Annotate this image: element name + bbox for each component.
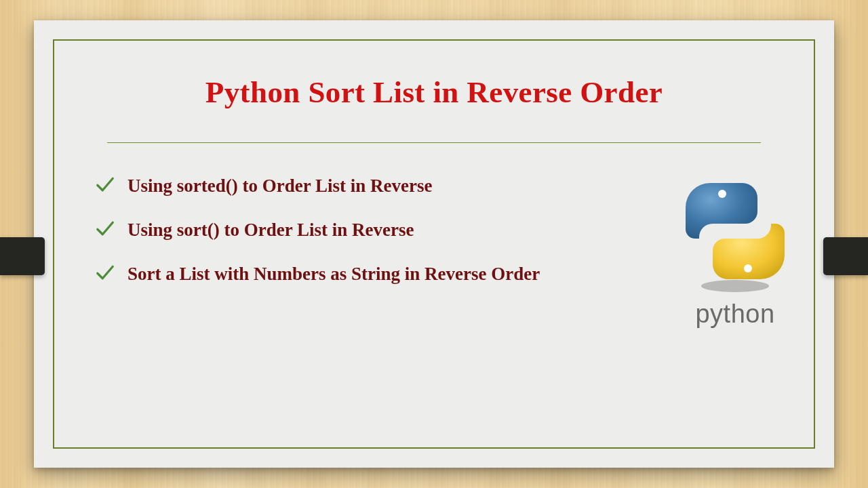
slide-title: Python Sort List in Reverse Order	[95, 75, 773, 110]
bullet-text: Using sort() to Order List in Reverse	[127, 218, 414, 242]
svg-point-1	[718, 190, 726, 198]
python-logo-caption: python	[681, 300, 789, 329]
binder-clip-right	[823, 237, 868, 275]
checkmark-icon	[95, 174, 115, 195]
list-item: Using sort() to Order List in Reverse	[95, 218, 773, 242]
list-item: Sort a List with Numbers as String in Re…	[95, 262, 773, 286]
slide-inner-border: Python Sort List in Reverse Order Using …	[53, 39, 815, 449]
list-item: Using sorted() to Order List in Reverse	[95, 174, 773, 198]
python-logo-block: python	[681, 179, 789, 329]
binder-clip-left	[0, 237, 45, 275]
bullet-text: Using sorted() to Order List in Reverse	[127, 174, 432, 198]
python-logo-icon	[684, 179, 786, 294]
svg-point-0	[701, 280, 769, 292]
bullet-list: Using sorted() to Order List in Reverse …	[95, 174, 773, 286]
slide-card: Python Sort List in Reverse Order Using …	[34, 20, 834, 468]
bullet-text: Sort a List with Numbers as String in Re…	[127, 262, 540, 286]
checkmark-icon	[95, 218, 115, 239]
checkmark-icon	[95, 262, 115, 283]
title-divider	[107, 142, 761, 143]
svg-point-2	[744, 264, 752, 272]
